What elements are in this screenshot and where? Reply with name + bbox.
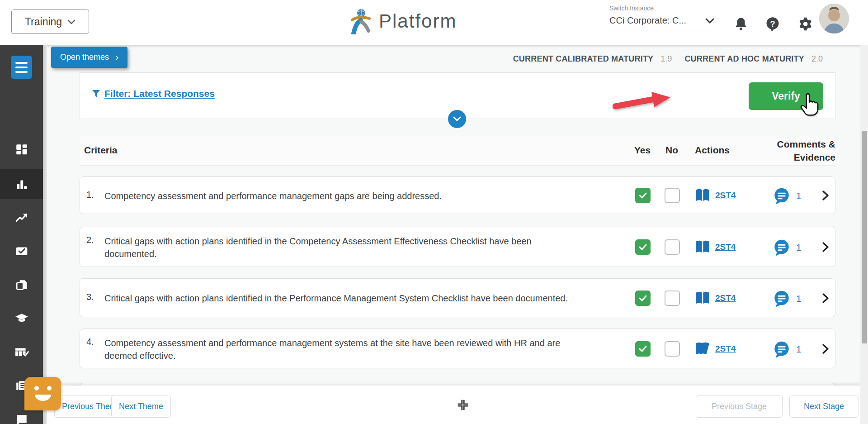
checkbox-icon xyxy=(14,244,29,258)
action-link[interactable]: 2ST4 xyxy=(715,344,736,354)
expand-row-chevron-icon[interactable] xyxy=(821,242,830,252)
yes-checkbox[interactable] xyxy=(635,239,651,255)
platform-logo-icon xyxy=(349,8,373,34)
table-header: Criteria Yes No Actions Comments & Evide… xyxy=(80,136,835,166)
chevron-down-icon xyxy=(705,18,714,24)
module-selector-button[interactable]: Training xyxy=(11,10,89,34)
yes-checkbox[interactable] xyxy=(635,291,651,306)
open-book-icon[interactable] xyxy=(694,239,711,255)
comment-count: 1 xyxy=(796,191,802,201)
comment-bubble-icon[interactable] xyxy=(773,187,791,205)
sidebar-item-audits[interactable] xyxy=(0,338,43,367)
next-theme-button[interactable]: Next Theme xyxy=(111,395,171,418)
comment-bubble-icon[interactable] xyxy=(773,340,791,358)
no-checkbox[interactable] xyxy=(665,291,680,306)
top-header: Training Platform Switch Instance CCi Co… xyxy=(0,0,868,45)
open-themes-button[interactable]: Open themes › xyxy=(51,47,127,68)
expand-row-chevron-icon[interactable] xyxy=(821,191,830,200)
yes-checkbox[interactable] xyxy=(635,341,651,357)
row-number: 3. xyxy=(86,292,94,302)
calibrated-maturity: CURRENT CALIBRATED MATURITY 1.9 xyxy=(513,54,672,64)
expand-row-chevron-icon[interactable] xyxy=(821,293,830,303)
check-icon xyxy=(638,295,647,302)
criteria-text: Critical gaps with action plans identifi… xyxy=(104,235,584,260)
adhoc-maturity: CURRENT AD HOC MATURITY 2.0 xyxy=(684,54,823,64)
filter-link[interactable]: Filter: Latest Responses xyxy=(92,88,215,99)
menu-icon xyxy=(15,62,28,64)
check-icon xyxy=(638,345,647,353)
gear-icon[interactable] xyxy=(797,16,812,32)
chevron-down-icon xyxy=(67,19,75,24)
yes-checkbox[interactable] xyxy=(635,188,651,203)
switch-instance-label: Switch Instance xyxy=(609,5,714,12)
no-checkbox[interactable] xyxy=(665,239,680,255)
no-checkbox[interactable] xyxy=(665,188,680,203)
calibrated-maturity-value: 1.9 xyxy=(660,54,672,64)
menu-toggle-button[interactable] xyxy=(11,56,32,79)
next-stage-button[interactable]: Next Stage xyxy=(789,395,859,418)
open-themes-label: Open themes xyxy=(60,52,109,62)
table-check-icon xyxy=(14,345,29,359)
bell-icon[interactable] xyxy=(733,16,749,32)
chat-widget-button[interactable] xyxy=(24,377,61,410)
criteria-row: 2. Critical gaps with action plans ident… xyxy=(80,227,835,267)
previous-stage-button[interactable]: Previous Stage xyxy=(696,395,783,418)
comment-count: 1 xyxy=(796,293,802,304)
action-link[interactable]: 2ST4 xyxy=(715,191,736,200)
scrollbar-thumb[interactable] xyxy=(862,131,867,343)
open-book-icon[interactable] xyxy=(694,291,711,306)
note-icon xyxy=(15,413,28,424)
filter-funnel-icon xyxy=(92,90,100,98)
comment-bubble-icon[interactable] xyxy=(773,238,791,257)
open-book-icon[interactable] xyxy=(694,188,711,203)
sidebar-item-assessments[interactable] xyxy=(0,169,43,199)
comment-bubble-icon[interactable] xyxy=(773,290,791,308)
svg-text:?: ? xyxy=(770,19,775,29)
row-number: 1. xyxy=(86,190,94,200)
verify-button[interactable]: Verify xyxy=(749,82,823,110)
header-yes: Yes xyxy=(631,145,654,156)
sidebar-item-tasks[interactable] xyxy=(0,237,43,266)
module-selector-label: Training xyxy=(25,16,62,28)
collapse-panel-button[interactable] xyxy=(448,110,466,128)
adhoc-maturity-value: 2.0 xyxy=(811,54,823,64)
action-link[interactable]: 2ST4 xyxy=(715,293,736,303)
brand-logo: Platform xyxy=(349,8,457,34)
vertical-scrollbar[interactable] xyxy=(860,45,868,424)
check-icon xyxy=(638,192,647,199)
compress-icon[interactable] xyxy=(458,400,468,410)
chevron-right-icon: › xyxy=(115,52,118,62)
bar-chart-icon xyxy=(15,177,28,191)
sidebar-item-training[interactable] xyxy=(0,304,43,333)
comment-count: 1 xyxy=(796,242,802,253)
sidebar-divider xyxy=(43,45,47,424)
adhoc-maturity-label: CURRENT AD HOC MATURITY xyxy=(684,54,804,64)
sidebar-item-documents[interactable] xyxy=(0,271,43,300)
chevron-down-icon xyxy=(453,116,461,122)
no-checkbox[interactable] xyxy=(665,341,680,357)
comment-count: 1 xyxy=(796,344,802,355)
footer-bar: Previous Theme Next Theme Previous Stage… xyxy=(47,386,860,424)
expand-row-chevron-icon[interactable] xyxy=(821,344,830,354)
header-criteria: Criteria xyxy=(84,145,118,156)
page: Training Platform Switch Instance CCi Co… xyxy=(0,0,868,424)
maturity-metrics: CURRENT CALIBRATED MATURITY 1.9 CURRENT … xyxy=(513,54,823,64)
criteria-row: 1. Competency assessment and performance… xyxy=(80,176,835,214)
criteria-row: 4. Competency assessment and performance… xyxy=(80,329,835,368)
sidebar-item-trends[interactable] xyxy=(0,203,43,232)
row-number: 2. xyxy=(86,235,94,245)
sidebar-item-dashboard[interactable] xyxy=(0,135,43,164)
help-icon[interactable]: ? xyxy=(765,16,780,32)
sidebar-nav xyxy=(0,45,43,424)
open-book-icon[interactable] xyxy=(694,341,711,357)
brand-name: Platform xyxy=(379,10,457,32)
action-link[interactable]: 2ST4 xyxy=(715,242,736,252)
copy-pages-icon xyxy=(15,278,28,292)
check-icon xyxy=(638,243,647,251)
criteria-text: Critical gaps with action plans identifi… xyxy=(104,292,568,305)
switch-instance: Switch Instance CCi Corporate: C... xyxy=(609,5,714,30)
criteria-text: Competency assessment and performance ma… xyxy=(104,337,584,362)
avatar[interactable] xyxy=(819,4,849,33)
switch-instance-select[interactable]: CCi Corporate: C... xyxy=(609,15,714,30)
filter-link-label: Filter: Latest Responses xyxy=(104,88,215,99)
